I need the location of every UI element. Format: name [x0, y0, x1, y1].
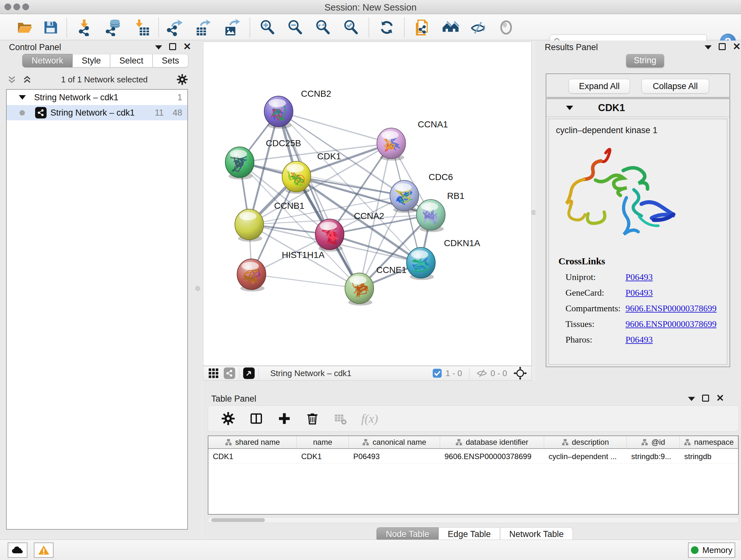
separator: [469, 368, 469, 379]
panel-close-icon[interactable]: ✕: [183, 43, 191, 50]
collection-count: 1: [178, 92, 182, 103]
column-header-name[interactable]: name: [297, 436, 349, 448]
crosslink-tissues[interactable]: 9606.ENSP00000378699: [625, 319, 717, 329]
import-network-file-icon[interactable]: [77, 19, 94, 36]
panel-menu-icon[interactable]: [688, 397, 695, 401]
cell-name[interactable]: CDK1: [297, 449, 349, 463]
scrollbar-thumb[interactable]: [211, 518, 265, 522]
zoom-fit-icon[interactable]: [314, 19, 332, 36]
crosslinks-block: CrossLinks Uniprot:P06493 GeneCard:P0649…: [558, 256, 717, 345]
network-label: String Network – cdk1: [51, 108, 135, 118]
hidden-eye-slash-icon[interactable]: [476, 368, 487, 378]
column-header-description[interactable]: description: [544, 436, 627, 448]
export-network-icon[interactable]: [165, 19, 183, 36]
import-table-file-icon[interactable]: [133, 19, 150, 36]
tab-style[interactable]: Style: [72, 54, 110, 67]
zoom-in-icon[interactable]: [259, 19, 276, 36]
node-label-CDKN1A: CDKN1A: [444, 238, 480, 248]
table-row[interactable]: CDK1 CDK1 P06493 9606.ENSP00000378699 cy…: [208, 449, 738, 463]
zoom-out-icon[interactable]: [286, 19, 304, 36]
cell-id[interactable]: stringdb:9...: [627, 449, 680, 463]
node-label-CCNA1: CCNA1: [418, 119, 448, 129]
section-collapse-icon[interactable]: [566, 106, 573, 110]
open-in-window-icon[interactable]: [243, 368, 255, 379]
network-canvas[interactable]: CCNB2CCNA1CDC25BCDK1CDC6RB1CCNB1CCNA2CDK…: [203, 42, 532, 366]
show-columns-icon[interactable]: [249, 411, 264, 426]
column-header-id[interactable]: @id: [627, 436, 680, 448]
panel-close-icon[interactable]: ✕: [733, 43, 741, 50]
tab-network[interactable]: Network: [22, 54, 72, 67]
panel-float-icon[interactable]: [719, 43, 726, 50]
cloud-status-button[interactable]: [8, 543, 27, 558]
column-header-namespace[interactable]: namespace: [680, 436, 738, 448]
crosslinks-title: CrossLinks: [558, 256, 717, 266]
results-actions-box: Expand All Collapse All: [546, 73, 730, 98]
crosslink-label: Pharos:: [565, 334, 625, 345]
home-layout-icon[interactable]: [442, 19, 459, 36]
panel-float-icon[interactable]: [169, 43, 176, 50]
cell-description[interactable]: cyclin–dependent ...: [544, 449, 627, 463]
vertical-splitter-handle[interactable]: [195, 286, 200, 291]
birds-eye-view-icon[interactable]: [208, 368, 219, 379]
cell-database-identifier[interactable]: 9606.ENSP00000378699: [440, 449, 544, 463]
node-label-CCNA2: CCNA2: [354, 211, 384, 221]
refresh-icon[interactable]: [378, 19, 395, 36]
gene-section-header[interactable]: CDK1: [546, 99, 730, 117]
expand-all-button[interactable]: Expand All: [569, 79, 630, 94]
status-bar: Memory: [0, 540, 741, 560]
cell-canonical-name[interactable]: P06493: [349, 449, 440, 463]
crosslink-label: GeneCard:: [565, 288, 625, 298]
fit-content-crosshair-icon[interactable]: [514, 367, 527, 380]
memory-label: Memory: [702, 545, 732, 555]
network-type-icon: [35, 107, 47, 118]
crosslink-uniprot[interactable]: P06493: [625, 272, 653, 282]
tab-select[interactable]: Select: [110, 54, 152, 67]
network-collection-row[interactable]: String Network – cdk1 1: [7, 90, 187, 105]
column-header-database-identifier[interactable]: database identifier: [440, 436, 544, 448]
collapse-all-tree-icon[interactable]: [6, 75, 17, 84]
panel-menu-icon[interactable]: [155, 45, 162, 50]
horizontal-scrollbar[interactable]: [208, 517, 739, 523]
panel-menu-icon[interactable]: [704, 45, 712, 50]
crosslink-pharos[interactable]: P06493: [625, 334, 653, 345]
network-list: String Network – cdk1 1 String Network –…: [6, 89, 188, 530]
network-overview-icon[interactable]: [224, 368, 235, 379]
export-table-icon[interactable]: [194, 19, 211, 36]
crosslink-genecard[interactable]: P06493: [625, 288, 653, 298]
selected-counts: 1 - 0: [446, 368, 462, 378]
export-image-icon[interactable]: [223, 19, 240, 36]
network-row[interactable]: String Network – cdk1 11 48: [7, 105, 187, 120]
open-session-icon[interactable]: [16, 19, 33, 36]
separator: [259, 368, 259, 379]
warnings-button[interactable]: [34, 543, 54, 558]
delete-column-icon[interactable]: [305, 411, 320, 426]
show-all-icon[interactable]: [497, 19, 515, 36]
collection-expand-icon[interactable]: [19, 95, 26, 100]
cell-namespace[interactable]: stringdb: [680, 449, 738, 463]
selected-nodes-checkbox-icon[interactable]: [432, 368, 442, 378]
protein-structure-image: [558, 140, 685, 255]
string-network-graph[interactable]: CCNB2CCNA1CDC25BCDK1CDC6RB1CCNB1CCNA2CDK…: [203, 42, 531, 366]
crosslink-compartments[interactable]: 9606.ENSP00000378699: [625, 303, 717, 314]
network-selection-status: 1 of 1 Network selected: [32, 75, 176, 84]
import-network-database-icon[interactable]: [105, 19, 122, 36]
collapse-all-button[interactable]: Collapse All: [642, 79, 709, 94]
table-options-gear-icon[interactable]: [221, 411, 235, 426]
add-column-icon[interactable]: [277, 411, 292, 426]
panel-close-icon[interactable]: ✕: [716, 395, 724, 401]
column-header-shared-name[interactable]: shared name: [208, 436, 297, 448]
collection-label: String Network – cdk1: [34, 92, 118, 103]
memory-button[interactable]: Memory: [688, 543, 735, 558]
panel-float-icon[interactable]: [702, 395, 709, 401]
save-session-icon[interactable]: [42, 19, 59, 36]
zoom-selected-icon[interactable]: [342, 19, 360, 36]
column-header-canonical-name[interactable]: canonical name: [349, 436, 440, 448]
hide-selected-icon[interactable]: [469, 19, 487, 36]
expand-all-tree-icon[interactable]: [22, 75, 32, 84]
tab-string[interactable]: String: [626, 54, 664, 67]
cell-shared-name[interactable]: CDK1: [208, 449, 297, 463]
tab-sets[interactable]: Sets: [152, 54, 188, 67]
network-options-gear-icon[interactable]: [176, 73, 188, 85]
node-table[interactable]: shared name name canonical name database…: [208, 435, 739, 515]
string-import-icon[interactable]: [413, 19, 430, 36]
